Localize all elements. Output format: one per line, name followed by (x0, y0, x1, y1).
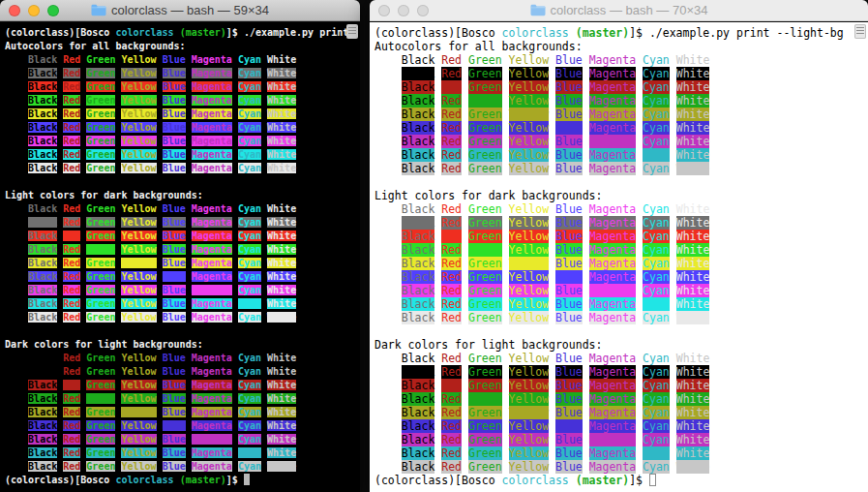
terminal-screen[interactable]: (colorclass)[Bosco colorclass (master)]$… (0, 22, 360, 492)
section-title: Dark colors for light backgrounds: (374, 338, 863, 352)
minimize-button-icon[interactable] (28, 5, 40, 16)
space (157, 447, 163, 458)
titlebar[interactable]: colorclass — bash — 70×34 (370, 0, 868, 21)
close-button-icon[interactable] (378, 5, 390, 16)
space (462, 162, 468, 175)
color-cell: Yellow (509, 243, 550, 257)
color-cell: Green (468, 230, 502, 243)
color-row: Black Red Green Yellow Blue Magenta Cyan… (5, 419, 355, 433)
color-cell: Green (86, 122, 115, 133)
color-cell: Yellow (121, 258, 156, 268)
color-cell: Blue (555, 53, 583, 67)
color-cell: Blue (555, 80, 583, 94)
color-cell: Cyan (643, 284, 670, 297)
space (583, 80, 589, 94)
color-cell: Green (86, 380, 115, 390)
space (549, 94, 555, 108)
space (502, 406, 509, 419)
minimize-button-icon[interactable] (398, 5, 409, 16)
color-cell: Cyan (643, 230, 670, 243)
color-cell: Green (468, 216, 502, 230)
color-cell: Yellow (121, 407, 156, 417)
color-cell: Blue (163, 149, 186, 160)
color-cell: Blue (163, 312, 186, 323)
color-cell: Black (28, 434, 57, 445)
color-cell: Blue (163, 108, 186, 119)
color-cell: Blue (555, 284, 583, 297)
color-cell: Green (468, 135, 502, 148)
color-cell: Green (86, 149, 115, 160)
terminal-window-light: colorclass — bash — 70×34 (colorclass)[B… (370, 0, 868, 492)
color-cell: Red (441, 243, 462, 257)
space (462, 108, 468, 121)
scrollbar-marker-icon[interactable] (854, 24, 866, 39)
prompt-branch: (master) (180, 27, 226, 38)
color-cell: Blue (163, 393, 186, 404)
indent (374, 230, 402, 243)
color-cell: Black (402, 446, 435, 460)
color-cell: White (676, 94, 710, 108)
color-cell: Green (468, 460, 502, 474)
color-cell: Cyan (643, 406, 670, 419)
color-cell: Blue (163, 434, 186, 445)
color-cell: White (676, 121, 710, 135)
prompt-suffix: ]$ (629, 26, 649, 40)
zoom-button-icon[interactable] (47, 5, 59, 16)
color-cell: White (676, 270, 710, 284)
color-cell: Yellow (121, 54, 156, 65)
color-cell: Blue (163, 271, 186, 282)
color-cell: Blue (163, 122, 186, 133)
color-cell: White (267, 54, 296, 65)
space (549, 257, 555, 270)
indent (374, 135, 402, 148)
color-cell: Cyan (238, 258, 261, 268)
indent (374, 460, 402, 474)
space (157, 298, 163, 309)
color-cell: Yellow (509, 53, 550, 67)
zoom-button-icon[interactable] (417, 5, 429, 16)
close-button-icon[interactable] (9, 5, 20, 16)
color-row: Black Red Green Yellow Blue Magenta Cyan… (374, 297, 863, 311)
space (549, 352, 555, 365)
space (583, 243, 589, 257)
terminal-screen[interactable]: (colorclass)[Bosco colorclass (master)]$… (370, 22, 868, 492)
color-header-row: Black Red Green Yellow Blue Magenta Cyan… (5, 53, 355, 67)
titlebar[interactable]: colorclass — bash — 59×34 (0, 0, 360, 21)
space (670, 121, 676, 135)
color-cell: White (676, 108, 710, 121)
color-cell: Black (402, 108, 435, 121)
scrollbar-marker-icon[interactable] (346, 24, 358, 39)
space (670, 365, 676, 379)
color-cell: Cyan (238, 231, 261, 241)
color-cell: Blue (163, 420, 186, 431)
color-cell: White (676, 202, 710, 216)
space (670, 135, 676, 148)
color-cell: Magenta (589, 230, 636, 243)
space (549, 162, 555, 175)
space (502, 460, 509, 474)
color-cell: Cyan (643, 148, 670, 162)
space (502, 311, 509, 324)
indent (374, 148, 402, 162)
space (157, 95, 163, 106)
space (583, 446, 589, 460)
indent (5, 393, 28, 404)
space (549, 202, 555, 216)
space (186, 258, 192, 268)
indent (5, 136, 28, 146)
indent (5, 258, 28, 268)
color-cell: Blue (163, 447, 186, 458)
color-cell: Magenta (589, 162, 636, 175)
space (502, 53, 509, 67)
color-cell: White (676, 80, 710, 94)
space (670, 216, 676, 230)
space (157, 312, 163, 323)
space (186, 244, 192, 255)
color-cell: Green (86, 68, 115, 78)
color-cell: Green (86, 244, 115, 255)
indent (374, 80, 402, 94)
color-cell: White (676, 406, 710, 419)
color-row: Black Red Green Yellow Blue Magenta Cyan… (5, 446, 355, 460)
indent (374, 257, 402, 270)
traffic-lights (9, 5, 59, 16)
